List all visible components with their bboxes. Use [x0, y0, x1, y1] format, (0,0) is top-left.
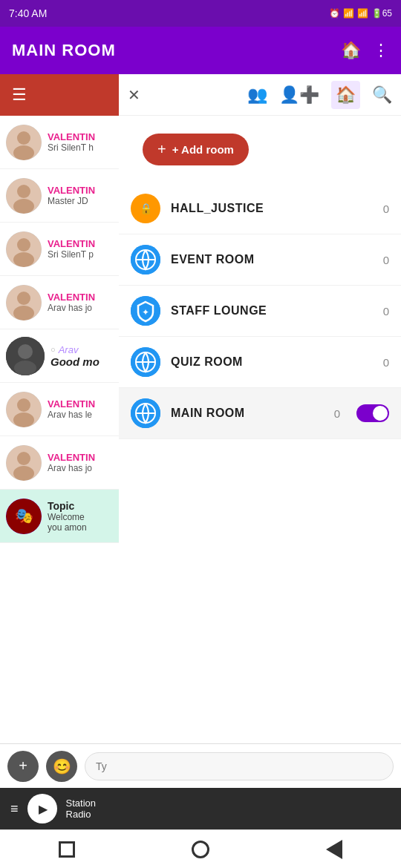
chat-info: VALENTIN Sri SilenT h [48, 131, 113, 153]
add-person-icon[interactable]: 👤➕ [279, 85, 319, 105]
chat-msg: Sri SilenT p [48, 249, 113, 260]
more-icon[interactable]: ⋮ [373, 41, 389, 60]
add-button[interactable]: + [7, 751, 39, 782]
hamburger-icon[interactable]: ☰ [12, 85, 27, 105]
room-item-hall-justice[interactable]: 🔒 HALL_JUSTICE 0 [119, 183, 401, 234]
status-icons: ⏰ 📶 📶 🔋65 [329, 8, 392, 19]
station-label: Station [66, 798, 96, 809]
room-count-event: 0 [383, 254, 389, 266]
home-icon[interactable]: 🏠 [341, 41, 361, 60]
circle-icon [192, 841, 209, 858]
add-room-section: + + Add room [131, 125, 389, 174]
room-name-event: EVENT ROOM [171, 253, 373, 266]
chat-msg: Master JD [48, 196, 113, 206]
avatar [6, 285, 42, 320]
room-header: ✕ 👥 👤➕ 🏠 🔍 [119, 74, 401, 116]
topic-item[interactable]: 🎭 Topic Welcome you amon [0, 490, 119, 543]
chat-info: VALENTIN Arav has le [48, 398, 113, 420]
chat-info: VALENTIN Arav has jo [48, 292, 113, 313]
svg-point-14 [14, 361, 36, 375]
svg-point-13 [18, 344, 33, 359]
room-item-main[interactable]: MAIN ROOM 0 [119, 388, 401, 439]
search-icon[interactable]: 🔍 [372, 85, 392, 105]
room-count-staff: 0 [383, 305, 389, 318]
arav-name-row: ○ Arav [50, 344, 100, 355]
room-item-staff[interactable]: ✦ STAFF LOUNGE 0 [119, 286, 401, 337]
svg-point-19 [17, 452, 30, 465]
chat-msg: Sri SilenT h [48, 142, 113, 153]
home-button[interactable] [183, 832, 218, 867]
svg-text:🎭: 🎭 [15, 507, 33, 525]
emoji-icon: 😊 [53, 757, 71, 775]
chat-name: VALENTIN [48, 238, 113, 249]
svg-point-1 [17, 131, 30, 145]
chat-list: ☰ VALENTIN Sri SilenT h VALENTIN Master … [0, 74, 119, 743]
toggle-knob [373, 406, 388, 421]
radio-play-button[interactable]: ▶ [27, 794, 57, 823]
svg-point-7 [17, 238, 30, 251]
arav-username: Arav [59, 344, 79, 355]
room-item-quiz[interactable]: QUIZ ROOM 0 [119, 337, 401, 388]
add-room-button[interactable]: + + Add room [143, 134, 249, 165]
chat-list-header: ☰ [0, 74, 119, 116]
message-input[interactable] [85, 752, 394, 780]
svg-point-5 [13, 199, 34, 214]
list-item[interactable]: VALENTIN Sri SilenT h [0, 116, 119, 169]
add-room-label: + Add room [172, 143, 234, 156]
arav-info: ○ Arav Good mo [50, 344, 100, 368]
chat-name: VALENTIN [48, 292, 113, 303]
room-name-staff: STAFF LOUNGE [171, 304, 373, 318]
svg-point-8 [13, 252, 34, 267]
topic-msg2: you amon [48, 522, 113, 533]
header: MAIN ROOM 🏠 ⋮ [0, 27, 401, 74]
add-icon: + [19, 757, 27, 775]
close-icon[interactable]: ✕ [128, 86, 140, 104]
header-title: MAIN ROOM [12, 41, 116, 60]
svg-point-4 [17, 185, 30, 198]
status-time: 7:40 AM [9, 7, 47, 19]
topic-msg: Welcome [48, 512, 113, 522]
emoji-button[interactable]: 😊 [46, 751, 77, 782]
list-item[interactable]: VALENTIN Arav has le [0, 383, 119, 436]
alarm-icon: ⏰ [329, 8, 340, 19]
wifi-icon: 📶 [357, 8, 368, 19]
chat-name: VALENTIN [48, 185, 113, 196]
svg-point-16 [17, 398, 30, 412]
list-item[interactable]: VALENTIN Arav has jo [0, 276, 119, 329]
svg-point-10 [17, 292, 30, 305]
room-count-main: 0 [334, 407, 340, 420]
chat-name: VALENTIN [48, 131, 113, 142]
list-item[interactable]: VALENTIN Sri SilenT p [0, 223, 119, 276]
room-item-event[interactable]: EVENT ROOM 0 [119, 234, 401, 286]
chat-msg: Arav has jo [48, 463, 113, 473]
chat-name: VALENTIN [48, 398, 113, 410]
topic-info: Topic Welcome you amon [48, 500, 113, 533]
room-name-hall-justice: HALL_JUSTICE [171, 202, 373, 215]
back-button[interactable] [316, 832, 352, 867]
room-icon-staff: ✦ [131, 296, 160, 326]
avatar [6, 392, 42, 427]
input-bar: + 😊 [0, 743, 401, 788]
stop-button[interactable] [49, 832, 85, 867]
radio-info: Station Radio [66, 798, 96, 820]
back-icon [326, 840, 342, 859]
main-room-toggle[interactable] [356, 404, 389, 422]
room-icon-quiz [131, 347, 160, 377]
room-overlay: ✕ 👥 👤➕ 🏠 🔍 + + Add room 🔒 [119, 74, 401, 743]
topic-name: Topic [48, 500, 113, 512]
arav-avatar [6, 337, 45, 375]
home-room-icon[interactable]: 🏠 [331, 81, 360, 109]
play-icon: ▶ [39, 802, 48, 816]
list-item[interactable]: VALENTIN Master JD [0, 169, 119, 223]
avatar [6, 178, 42, 214]
equalizer-icon[interactable]: ≡ [10, 801, 19, 817]
topic-avatar: 🎭 [6, 499, 42, 534]
avatar [6, 125, 42, 160]
room-list: 🔒 HALL_JUSTICE 0 EVENT ROOM 0 [119, 183, 401, 743]
arav-message[interactable]: ○ Arav Good mo [0, 329, 119, 383]
chat-info: VALENTIN Master JD [48, 185, 113, 206]
network-icon: 📶 [343, 8, 354, 19]
group-icon[interactable]: 👥 [247, 85, 267, 105]
chat-msg: Arav has le [48, 410, 113, 420]
list-item[interactable]: VALENTIN Arav has jo [0, 436, 119, 490]
